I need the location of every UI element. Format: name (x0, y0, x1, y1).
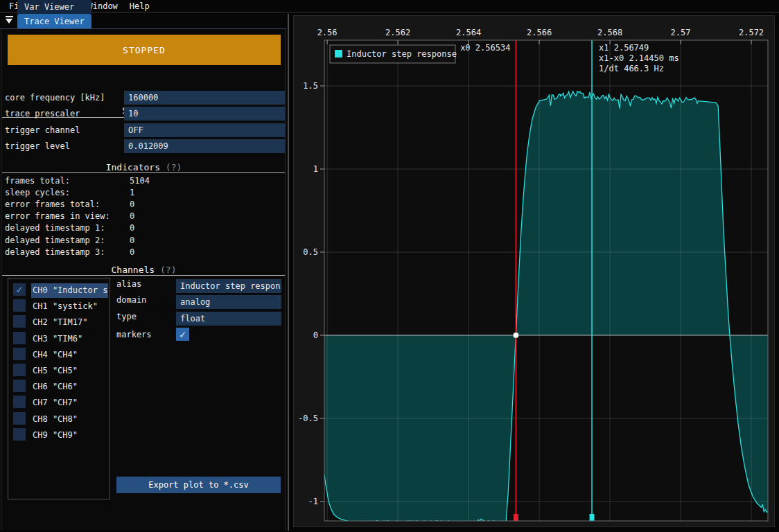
channel-label-1[interactable]: CH1 "systick" (31, 299, 99, 314)
x-tick-label-3: 2.566 (527, 28, 552, 37)
indicator-value-6: 0 (130, 236, 134, 245)
channel-label-2[interactable]: CH2 "TIM17" (31, 315, 89, 330)
channels-section-title: Channels (?) (1, 265, 286, 275)
y-tick-label-0: 1.5 (303, 81, 318, 91)
y-tick-label-5: -1 (308, 497, 318, 506)
channel-row-7[interactable]: CH7 "CH7" (8, 395, 110, 411)
setting-input-3[interactable]: OFF (124, 123, 285, 137)
channel-row-5[interactable]: CH5 "CH5" (8, 363, 110, 379)
legend-label: Inductor step response (347, 49, 457, 59)
collapse-panel-icon-triangle (6, 19, 12, 24)
indicator-label-3: error frames total: (5, 200, 100, 209)
prop-label-markers: markers (116, 330, 152, 339)
prop-label-domain: domain (116, 295, 146, 305)
channel-label-6[interactable]: CH6 "CH6" (31, 380, 79, 394)
indicators-section-title: Indicators (?) (1, 162, 286, 172)
channel-row-8[interactable]: CH8 "CH8" (8, 411, 110, 427)
indicator-label-4: error frames in view: (5, 211, 110, 221)
channel-list: ✓CH0 "Inductor stCH1 "systick"CH2 "TIM17… (8, 278, 110, 499)
marker-handle-x1[interactable] (590, 514, 595, 521)
legend-swatch (335, 50, 342, 57)
y-tick-label-3: 0 (313, 330, 318, 340)
tab-var-viewer[interactable]: Var Viewer (17, 0, 91, 14)
indicator-value-3: 0 (130, 200, 134, 209)
channel-label-9[interactable]: CH9 "CH9" (31, 428, 79, 443)
indicator-value-7: 0 (130, 247, 134, 257)
x-tick-label-2: 2.564 (456, 28, 481, 37)
channel-row-0[interactable]: ✓CH0 "Inductor st (8, 283, 110, 299)
x-tick-label-6: 2.572 (739, 28, 764, 37)
marker-label-x1-0: x1 2.56749 (599, 43, 649, 53)
indicator-value-5: 0 (130, 223, 134, 233)
channel-label-0[interactable]: CH0 "Inductor st (31, 283, 108, 298)
channel-checkbox-8[interactable] (13, 412, 26, 425)
marker-handle-x0[interactable] (514, 514, 518, 521)
marker-label-x1-1: x1-x0 2.14450 ms (599, 53, 679, 63)
acquisition-status-button[interactable]: STOPPED (8, 35, 281, 65)
setting-input-4[interactable]: 0.012009 (124, 139, 285, 153)
channel-label-3[interactable]: CH3 "TIM6" (31, 332, 84, 346)
control-panel: STOPPED Settings core frequency [kHz]160… (1, 29, 286, 531)
prop-input-type[interactable]: float (176, 312, 281, 326)
y-tick-label-4: -0.5 (298, 414, 318, 423)
indicator-value-2: 1 (130, 188, 134, 197)
channel-label-8[interactable]: CH8 "CH8" (31, 412, 79, 427)
indicator-value-1: 5104 (130, 176, 150, 186)
indicator-label-7: delayed timestamp 3: (5, 247, 105, 257)
menu-item-help[interactable]: Help (130, 1, 150, 11)
x-tick-label-4: 2.568 (597, 28, 622, 37)
prop-label-type: type (116, 312, 137, 321)
prop-input-domain[interactable]: analog (176, 295, 281, 309)
y-tick-label-2: 0.5 (303, 247, 318, 257)
x-tick-label-1: 2.562 (385, 28, 410, 37)
markers-checkbox[interactable]: ✓ (176, 328, 189, 341)
channel-checkbox-7[interactable] (13, 396, 26, 408)
setting-label-2: trace prescaler (5, 107, 80, 121)
indicators-title-text: Indicators (106, 162, 160, 172)
setting-label-1: core frequency [kHz] (5, 91, 105, 105)
indicators-help-icon[interactable]: (?) (166, 162, 182, 172)
export-csv-button[interactable]: Export plot to *.csv (116, 477, 281, 493)
marker-label-x0-0: x0 2.56534 (460, 43, 510, 53)
channels-help-icon[interactable]: (?) (160, 265, 176, 275)
indicator-label-2: sleep cycles: (5, 188, 70, 197)
x-tick-label-5: 2.57 (671, 28, 691, 37)
channel-checkbox-4[interactable] (13, 348, 26, 360)
channel-checkbox-9[interactable] (13, 428, 26, 441)
trace-plot[interactable]: x0 2.56534x1 2.56749x1-x0 2.14450 ms1/dt… (294, 16, 776, 528)
panel-splitter[interactable] (288, 14, 289, 531)
indicators-divider (2, 172, 285, 173)
channel-checkbox-0[interactable]: ✓ (13, 283, 26, 296)
channel-row-3[interactable]: CH3 "TIM6" (8, 331, 110, 347)
collapse-panel-icon-bar (6, 16, 13, 17)
collapse-panel-icon[interactable] (3, 13, 17, 27)
indicator-label-6: delayed timestamp 2: (5, 236, 105, 245)
channel-checkbox-5[interactable] (13, 364, 26, 376)
setting-label-3: trigger channel (5, 123, 80, 137)
channel-label-4[interactable]: CH4 "CH4" (31, 348, 79, 362)
indicator-value-4: 0 (130, 211, 134, 221)
setting-input-1[interactable]: 160000 (124, 91, 285, 105)
channel-row-1[interactable]: CH1 "systick" (8, 299, 110, 314)
y-tick-label-1: 1 (313, 164, 318, 174)
app-window: FileOptionsWindowHelp Var ViewerTrace Vi… (0, 0, 779, 532)
channel-row-6[interactable]: CH6 "CH6" (8, 379, 110, 395)
marker-zero-cross-dot (513, 332, 518, 338)
channel-checkbox-6[interactable] (13, 380, 26, 392)
channel-label-5[interactable]: CH5 "CH5" (31, 364, 79, 378)
x-tick-label-0: 2.56 (317, 28, 338, 37)
channel-checkbox-2[interactable] (13, 315, 26, 328)
channel-row-9[interactable]: CH9 "CH9" (8, 427, 110, 443)
channel-checkbox-1[interactable] (13, 299, 26, 312)
channel-label-7[interactable]: CH7 "CH7" (31, 396, 79, 410)
channel-row-4[interactable]: CH4 "CH4" (8, 347, 110, 363)
channel-checkbox-3[interactable] (13, 332, 26, 344)
prop-label-alias: alias (116, 279, 141, 289)
channel-row-2[interactable]: CH2 "TIM17" (8, 314, 110, 330)
channels-title-text: Channels (112, 265, 155, 275)
plot-panel[interactable]: x0 2.56534x1 2.56749x1-x0 2.14450 ms1/dt… (293, 15, 775, 527)
tab-trace-viewer[interactable]: Trace Viewer (17, 14, 91, 28)
prop-input-alias[interactable]: Inductor step respons (176, 279, 281, 293)
indicator-label-5: delayed timestamp 1: (5, 223, 105, 233)
setting-input-2[interactable]: 10 (124, 107, 285, 121)
